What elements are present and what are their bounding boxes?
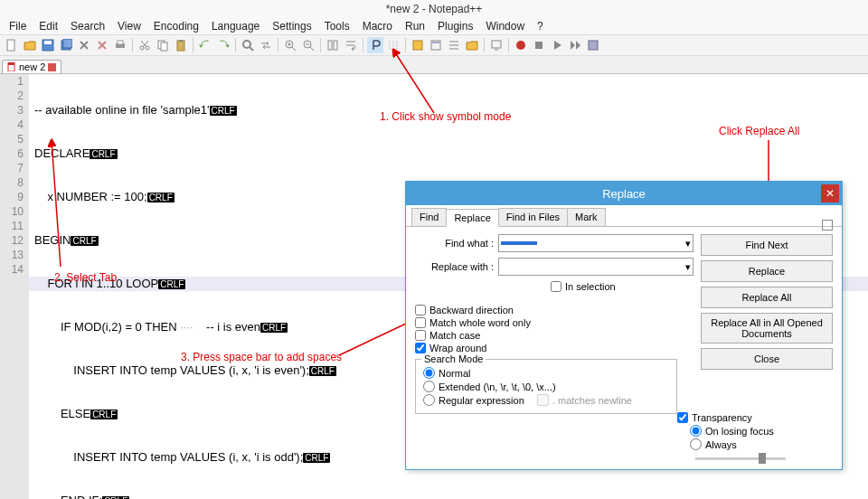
searchmode-extended-radio[interactable] xyxy=(423,381,435,392)
separator xyxy=(484,38,485,52)
wrap-checkbox[interactable] xyxy=(415,343,426,353)
find-what-input[interactable]: ▾ xyxy=(498,234,693,252)
close-all-icon[interactable] xyxy=(94,37,110,53)
slider-thumb[interactable] xyxy=(759,453,766,464)
sm-normal-label: Normal xyxy=(439,368,470,379)
tab-find-in-files[interactable]: Find in Files xyxy=(498,208,568,226)
tab-close-icon[interactable] xyxy=(48,63,56,71)
dialog-tabs: Find Replace Find in Files Mark xyxy=(406,205,842,227)
separator xyxy=(363,38,363,52)
svg-rect-2 xyxy=(44,41,52,44)
transparency-focus-radio[interactable] xyxy=(690,425,702,437)
menu-macro[interactable]: Macro xyxy=(357,19,398,33)
zoom-in-icon[interactable] xyxy=(282,37,298,53)
annotation-2: 2. Select Tab xyxy=(54,271,117,284)
extra-checkbox[interactable] xyxy=(822,220,833,231)
save-all-icon[interactable] xyxy=(58,37,74,53)
replace-icon[interactable] xyxy=(258,37,274,53)
menu-edit[interactable]: Edit xyxy=(33,19,63,33)
savemacro-icon[interactable] xyxy=(585,37,601,53)
menu-language[interactable]: Language xyxy=(206,19,265,33)
matchcase-checkbox[interactable] xyxy=(415,330,426,341)
t-always-label: Always xyxy=(705,439,737,450)
menu-run[interactable]: Run xyxy=(400,19,430,33)
svg-rect-12 xyxy=(179,40,183,42)
wholeword-label: Match whole word only xyxy=(429,317,531,328)
menu-window[interactable]: Window xyxy=(480,19,530,33)
folder-icon[interactable] xyxy=(464,37,480,53)
menu-file[interactable]: File xyxy=(4,19,32,33)
play-icon[interactable] xyxy=(549,37,565,53)
annotation-arrow-2 xyxy=(47,136,74,271)
sync-scroll-icon[interactable] xyxy=(325,37,341,53)
menu-view[interactable]: View xyxy=(112,19,146,33)
tab-mark[interactable]: Mark xyxy=(567,208,605,226)
svg-rect-11 xyxy=(177,41,184,51)
zoom-out-icon[interactable] xyxy=(300,37,316,53)
show-symbol-icon[interactable] xyxy=(367,37,383,53)
monitor-icon[interactable] xyxy=(488,37,505,53)
replace-with-label: Replace with : xyxy=(415,261,498,272)
svg-rect-10 xyxy=(161,42,167,51)
menu-encoding[interactable]: Encoding xyxy=(148,19,204,33)
separator xyxy=(508,38,509,52)
tab-file-icon xyxy=(7,62,16,71)
searchmode-normal-radio[interactable] xyxy=(423,367,435,379)
menu-plugins[interactable]: Plugins xyxy=(432,19,478,33)
print-icon[interactable] xyxy=(112,37,128,53)
tab-new2[interactable]: new 2 xyxy=(2,60,61,73)
annotation-3: 3. Press space bar to add spaces xyxy=(181,351,342,363)
stop-icon[interactable] xyxy=(531,37,547,53)
in-selection-checkbox[interactable] xyxy=(551,281,561,292)
open-file-icon[interactable] xyxy=(22,37,38,53)
cut-icon[interactable] xyxy=(137,37,153,53)
find-next-button[interactable]: Find Next xyxy=(701,234,833,256)
menu-help[interactable]: ? xyxy=(532,19,549,33)
tab-find[interactable]: Find xyxy=(411,208,447,226)
save-icon[interactable] xyxy=(40,37,56,53)
close-button[interactable]: Close xyxy=(701,348,833,370)
replace-button[interactable]: Replace xyxy=(701,260,833,282)
close-icon[interactable] xyxy=(76,37,92,53)
separator xyxy=(235,38,236,52)
wrap-icon[interactable] xyxy=(343,37,359,53)
backward-checkbox[interactable] xyxy=(415,305,426,315)
matchcase-label: Match case xyxy=(429,330,480,341)
tab-label: new 2 xyxy=(19,61,45,72)
tab-replace[interactable]: Replace xyxy=(446,209,498,227)
redo-icon[interactable] xyxy=(215,37,231,53)
transparency-slider[interactable] xyxy=(695,457,786,460)
dialog-titlebar[interactable]: Replace ✕ xyxy=(406,182,842,205)
menu-settings[interactable]: Settings xyxy=(267,19,316,33)
searchmode-regex-radio[interactable] xyxy=(423,394,435,406)
find-icon[interactable] xyxy=(240,37,256,53)
annotation-1: 1. Click show symbol mode xyxy=(380,110,511,123)
playmulti-icon[interactable] xyxy=(567,37,583,53)
record-icon[interactable] xyxy=(513,37,529,53)
svg-rect-4 xyxy=(63,39,72,48)
svg-rect-16 xyxy=(328,41,332,50)
copy-icon[interactable] xyxy=(155,37,171,53)
transparency-always-radio[interactable] xyxy=(690,438,702,450)
funclist-icon[interactable] xyxy=(446,37,462,53)
svg-rect-21 xyxy=(492,41,501,48)
line-gutter: 123 456 789 101112 1314 xyxy=(0,74,29,499)
dialog-close-button[interactable]: ✕ xyxy=(821,184,839,202)
replace-all-button[interactable]: Replace All xyxy=(701,287,833,308)
paste-icon[interactable] xyxy=(173,37,189,53)
wholeword-checkbox[interactable] xyxy=(415,317,426,328)
find-what-label: Find what : xyxy=(415,238,498,249)
undo-icon[interactable] xyxy=(197,37,213,53)
menu-tools[interactable]: Tools xyxy=(319,19,355,33)
svg-line-28 xyxy=(52,140,61,267)
wrap-label: Wrap around xyxy=(429,343,486,353)
backward-label: Backward direction xyxy=(429,305,514,315)
menubar: File Edit Search View Encoding Language … xyxy=(0,18,868,34)
transparency-checkbox[interactable] xyxy=(677,412,688,423)
separator xyxy=(278,38,278,52)
replace-with-input[interactable]: ▾ xyxy=(498,258,693,276)
new-file-icon[interactable] xyxy=(4,37,20,53)
svg-rect-0 xyxy=(7,40,14,51)
menu-search[interactable]: Search xyxy=(65,19,110,33)
replace-all-opened-button[interactable]: Replace All in All Opened Documents xyxy=(701,313,833,344)
